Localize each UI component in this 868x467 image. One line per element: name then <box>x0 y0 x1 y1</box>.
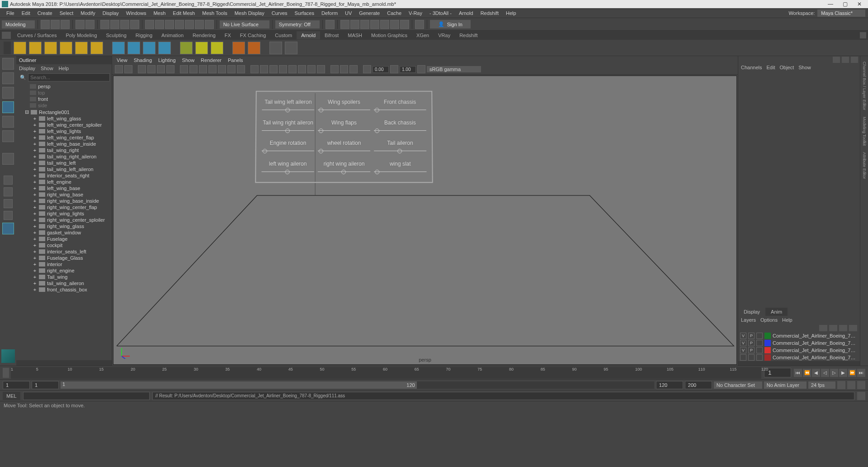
rotate-tool-icon[interactable] <box>2 116 14 128</box>
expand-icon[interactable]: + <box>33 198 37 204</box>
range-out-input[interactable] <box>656 381 683 389</box>
scale-tool-icon[interactable] <box>2 130 14 142</box>
vp-isolate-icon[interactable] <box>330 65 339 73</box>
layer-display-type[interactable] <box>756 354 763 361</box>
outliner-node[interactable]: +left_wing_base <box>16 185 112 191</box>
shelf-options-icon[interactable] <box>2 32 11 39</box>
playblast-icon[interactable] <box>415 20 424 29</box>
shelf-tab[interactable]: Bifrost <box>320 31 343 39</box>
outliner-node[interactable]: +tail_wing_left <box>16 160 112 166</box>
command-input[interactable] <box>23 392 150 400</box>
shelf-tab[interactable]: Motion Graphics <box>367 31 412 39</box>
vp-bookmark-icon[interactable] <box>138 65 146 73</box>
vp-menu-panels[interactable]: Panels <box>228 57 243 63</box>
sel-mode-2-icon[interactable] <box>110 20 119 29</box>
step-back-icon[interactable]: ◀ <box>812 369 820 377</box>
menu-meshdisplay[interactable]: Mesh Display <box>231 9 268 17</box>
two-pane-h-icon[interactable] <box>4 199 13 208</box>
layer-display-type[interactable] <box>756 347 763 353</box>
layer-visibility[interactable]: V <box>740 333 746 339</box>
arnold-volume-icon[interactable] <box>143 42 156 54</box>
outliner-tree[interactable]: persptopfrontside⊟Rectangle001+left_wing… <box>16 82 112 360</box>
right-tab-modeling[interactable]: Modeling Toolkit <box>862 114 867 148</box>
expand-icon[interactable]: + <box>33 217 37 223</box>
expand-icon[interactable]: + <box>33 236 37 242</box>
snap-point-icon[interactable] <box>165 20 174 29</box>
rig-slider[interactable] <box>374 108 426 113</box>
color-space-dropdown[interactable]: sRGB gamma <box>427 66 481 72</box>
layer-color-swatch[interactable] <box>764 354 771 361</box>
signin-button[interactable]: 👤Sign In <box>430 20 471 29</box>
outliner-camera[interactable]: front <box>16 96 112 102</box>
vp-xray-icon[interactable] <box>340 65 348 73</box>
anim-prefs-icon[interactable] <box>857 381 865 389</box>
outliner-node[interactable]: +right_wing_base_inside <box>16 198 112 204</box>
vp-textured-icon[interactable] <box>269 65 278 73</box>
snap-grid-icon[interactable] <box>145 20 154 29</box>
vp-field-chart-icon[interactable] <box>218 65 226 73</box>
outliner-node[interactable]: +left_wing_center_sploiler <box>16 122 112 128</box>
outliner-node[interactable]: +left_wing_glass <box>16 115 112 122</box>
shelf-tab[interactable]: VRay <box>434 31 455 39</box>
outliner-node[interactable]: +right_engine <box>16 267 112 274</box>
menu-meshtools[interactable]: Mesh Tools <box>198 9 231 17</box>
layer-color-swatch[interactable] <box>764 340 771 346</box>
expand-icon[interactable]: + <box>33 268 37 273</box>
expand-icon[interactable]: + <box>33 211 37 216</box>
layer-new-empty-icon[interactable] <box>839 325 847 331</box>
vp-safe-title-icon[interactable] <box>237 65 245 73</box>
shelf-tab[interactable]: FX Caching <box>236 31 270 39</box>
chbox-hyperbolic-icon[interactable] <box>851 57 858 63</box>
expand-icon[interactable]: + <box>33 135 37 140</box>
step-forward-icon[interactable]: ▶ <box>839 369 847 377</box>
rig-slider[interactable] <box>318 170 370 174</box>
outliner-root[interactable]: ⊟Rectangle001 <box>16 109 112 115</box>
arnold-tx-manager-icon[interactable] <box>180 42 193 54</box>
menu-redshift[interactable]: Redshift <box>477 9 502 17</box>
layer-new-selected-icon[interactable] <box>849 325 857 331</box>
vp-lock-camera-icon[interactable] <box>124 65 132 73</box>
layer-menu-options[interactable]: Options <box>760 317 778 323</box>
menu-display[interactable]: Display <box>99 9 123 17</box>
snap-view-icon[interactable] <box>195 20 204 29</box>
vp-ao-icon[interactable] <box>298 65 306 73</box>
layer-menu-layers[interactable]: Layers <box>741 317 756 323</box>
vp-gamma-icon[interactable] <box>390 65 398 73</box>
menu-curves[interactable]: Curves <box>268 9 291 17</box>
expand-icon[interactable]: + <box>33 129 37 134</box>
rig-slider[interactable] <box>261 170 314 174</box>
render-frame-icon[interactable] <box>340 20 349 29</box>
rig-slider[interactable] <box>318 108 370 113</box>
layer-color-swatch[interactable] <box>764 333 771 339</box>
vp-image-plane-icon[interactable] <box>147 65 156 73</box>
outliner-node[interactable]: +Fuselage <box>16 236 112 242</box>
outliner-node[interactable]: +interior_seats_left <box>16 248 112 255</box>
chbox-speed-icon[interactable] <box>842 57 849 63</box>
outliner-node[interactable]: +tail_wing_right_aileron <box>16 153 112 160</box>
outliner-hscroll[interactable] <box>16 360 112 366</box>
shelf-tab[interactable]: Animation <box>157 31 188 39</box>
expand-icon[interactable]: + <box>33 148 37 153</box>
outliner-node[interactable]: +interior <box>16 261 112 267</box>
vp-menu-lighting[interactable]: Lighting <box>158 57 176 63</box>
expand-icon[interactable]: + <box>33 122 37 128</box>
shelf-tab-active[interactable]: Arnold <box>297 31 320 39</box>
vp-shaded-icon[interactable] <box>260 65 268 73</box>
workspace-dropdown[interactable]: Maya Classic* <box>817 10 865 17</box>
vp-safe-action-icon[interactable] <box>227 65 236 73</box>
menu-windows[interactable]: Windows <box>123 9 150 17</box>
outliner-node[interactable]: +right_wing_lights <box>16 210 112 217</box>
single-pane-icon[interactable] <box>4 176 13 185</box>
last-tool-icon[interactable] <box>2 153 14 165</box>
outliner-menu-show[interactable]: Show <box>41 66 53 71</box>
layer-playback[interactable] <box>748 354 755 361</box>
sel-mode-3-icon[interactable] <box>120 20 129 29</box>
outliner-node[interactable]: +interior_seats_right <box>16 172 112 179</box>
chbox-menu-edit[interactable]: Edit <box>766 65 775 70</box>
arnold-curve-collector-icon[interactable] <box>127 42 140 54</box>
ipr-render-icon[interactable] <box>350 20 359 29</box>
render-setup-icon[interactable] <box>390 20 399 29</box>
menu-cache[interactable]: Cache <box>383 9 405 17</box>
arnold-flush-icon[interactable] <box>158 42 171 54</box>
expand-icon[interactable]: + <box>33 179 37 185</box>
